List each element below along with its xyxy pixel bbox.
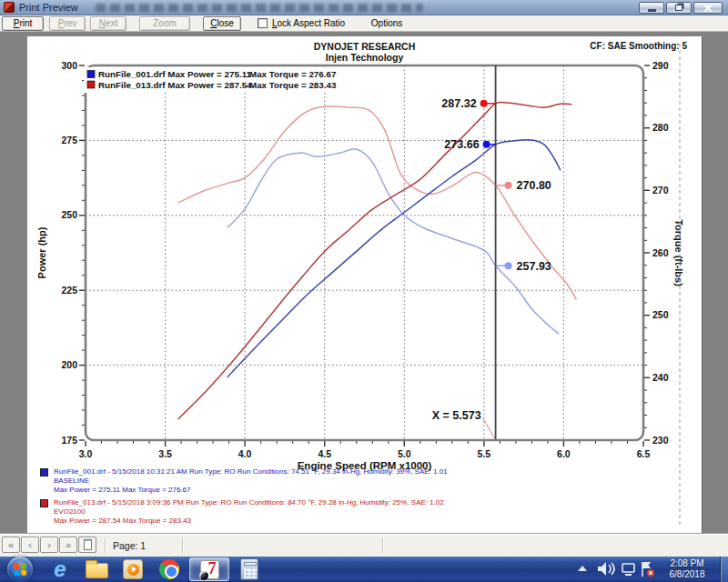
- next-button[interactable]: Next: [90, 16, 126, 31]
- svg-text:260: 260: [652, 247, 669, 258]
- close-preview-button[interactable]: Close: [203, 16, 241, 31]
- svg-text:200: 200: [61, 359, 77, 370]
- svg-text:3.0: 3.0: [79, 448, 93, 459]
- svg-text:287.32: 287.32: [441, 97, 476, 110]
- svg-text:6.0: 6.0: [557, 448, 571, 459]
- svg-text:275: 275: [61, 135, 77, 146]
- svg-text:230: 230: [652, 435, 669, 446]
- taskbar-item-winpep-active[interactable]: 7: [189, 557, 229, 581]
- lock-aspect-ratio-label: Lock Aspect Ratio: [272, 18, 345, 28]
- svg-text:225: 225: [61, 285, 77, 296]
- first-page-button[interactable]: «: [2, 537, 20, 553]
- prev-button[interactable]: Prev: [49, 16, 86, 31]
- export-page-button[interactable]: [78, 537, 96, 553]
- taskbar-item-explorer[interactable]: [78, 557, 115, 582]
- show-desktop-button[interactable]: [720, 557, 728, 582]
- taskbar-item-calculator[interactable]: [231, 557, 268, 582]
- taskbar-item-chrome[interactable]: [151, 557, 187, 582]
- media-player-icon: [123, 559, 143, 579]
- svg-text:RunFile_013.drf Max Power = 28: RunFile_013.drf Max Power = 287.54: [98, 80, 252, 90]
- taskbar-item-internet-explorer[interactable]: e: [42, 557, 78, 582]
- svg-text:290: 290: [652, 60, 669, 71]
- svg-text:RunFile_001.drf Max Power = 27: RunFile_001.drf Max Power = 275.11: [98, 69, 252, 79]
- svg-text:5.5: 5.5: [478, 448, 491, 459]
- svg-text:Max Torque = 276.67: Max Torque = 276.67: [249, 69, 337, 79]
- run2-color-swatch: [40, 499, 48, 507]
- run-info-block: RunFile_001.drf - 5/15/2018 10:31:21 AM …: [40, 467, 677, 529]
- start-button[interactable]: [7, 557, 33, 582]
- svg-text:Power (hp): Power (hp): [36, 226, 47, 278]
- taskbar-item-media-player[interactable]: [115, 557, 151, 582]
- statusbar: « ‹ › » Page: 1: [0, 533, 728, 557]
- run2-max-values: Max Power = 287.54 Max Torque = 283.43: [54, 517, 677, 526]
- close-window-button[interactable]: [693, 2, 723, 14]
- background-window-title-ghost: [96, 4, 423, 12]
- run2-conditions: RunFile_013.drf - 5/15/2018 3:09:36 PM R…: [54, 498, 677, 507]
- restore-icon: [675, 5, 682, 11]
- folder-icon: [86, 563, 108, 578]
- lock-aspect-ratio-checkbox[interactable]: [258, 18, 268, 28]
- svg-text:175: 175: [61, 435, 77, 446]
- taskbar: e 7: [0, 557, 728, 582]
- svg-text:270.80: 270.80: [517, 179, 551, 192]
- run-info-2: RunFile_013.drf - 5/15/2018 3:09:36 PM R…: [40, 498, 677, 526]
- statusbar-separator: [382, 537, 383, 553]
- statusbar-separator: [182, 537, 183, 553]
- desktop: Print Preview Print Prev Next Zoom Out C…: [0, 0, 728, 582]
- run1-color-swatch: [40, 468, 48, 477]
- last-page-button[interactable]: »: [59, 537, 77, 553]
- window-title: Print Preview: [19, 2, 78, 13]
- windows-flag-icon: [14, 563, 27, 577]
- window-titlebar[interactable]: Print Preview: [0, 0, 728, 15]
- restore-button[interactable]: [666, 2, 692, 14]
- calculator-icon: [240, 558, 258, 580]
- volume-icon: [598, 562, 614, 576]
- page-icon: [84, 539, 92, 550]
- taskbar-clock[interactable]: 2:08 PM 6/8/2018: [658, 558, 716, 580]
- network-icon: [622, 564, 634, 576]
- soccer-ball-icon: [199, 571, 208, 580]
- zoom-out-button[interactable]: Zoom Out: [139, 16, 190, 31]
- svg-text:Max Torque = 283.43: Max Torque = 283.43: [249, 80, 337, 90]
- app-icon: [4, 2, 15, 13]
- print-preview-toolbar: Print Prev Next Zoom Out Close Lock Aspe…: [0, 15, 728, 32]
- run1-label: BASELINE: [54, 477, 677, 486]
- svg-text:273.66: 273.66: [444, 138, 479, 151]
- preview-area: DYNOJET RESEARCH Injen Technology CF: SA…: [0, 32, 728, 533]
- prev-page-button[interactable]: ‹: [21, 537, 39, 553]
- system-tray: 2:08 PM 6/8/2018: [571, 557, 728, 582]
- run1-conditions: RunFile_001.drf - 5/15/2018 10:31:21 AM …: [54, 467, 677, 477]
- svg-text:6.5: 6.5: [637, 448, 651, 459]
- chrome-icon: [159, 559, 179, 579]
- svg-text:4.0: 4.0: [238, 448, 252, 459]
- page-number-label: Page: 1: [113, 540, 146, 551]
- svg-text:Torque (ft-lbs): Torque (ft-lbs): [673, 219, 684, 286]
- clock-date: 6/8/2018: [658, 569, 716, 580]
- svg-text:257.93: 257.93: [517, 260, 551, 273]
- statusbar-separator: [105, 537, 106, 553]
- svg-text:X = 5.573: X = 5.573: [432, 409, 481, 422]
- run2-label: EVO2100: [54, 507, 677, 517]
- svg-text:250: 250: [652, 309, 669, 320]
- options-button[interactable]: Options: [365, 16, 409, 31]
- close-icon: [703, 4, 713, 13]
- run1-max-values: Max Power = 275.11 Max Torque = 276.67: [54, 486, 677, 495]
- run-info-1: RunFile_001.drf - 5/15/2018 10:31:21 AM …: [40, 467, 677, 495]
- svg-text:250: 250: [61, 209, 77, 220]
- svg-text:4.5: 4.5: [318, 448, 331, 459]
- preview-page[interactable]: DYNOJET RESEARCH Injen Technology CF: SA…: [27, 36, 702, 533]
- minimize-button[interactable]: [639, 2, 664, 14]
- action-center-flag-icon: [642, 562, 654, 577]
- svg-text:240: 240: [652, 372, 669, 383]
- next-page-button[interactable]: ›: [40, 537, 58, 553]
- svg-text:5.0: 5.0: [398, 448, 411, 459]
- svg-text:270: 270: [652, 185, 669, 196]
- minimize-icon: [648, 9, 656, 12]
- svg-text:300: 300: [61, 60, 77, 71]
- winpep7-icon: 7: [200, 560, 219, 579]
- svg-text:3.5: 3.5: [158, 448, 172, 459]
- clock-time: 2:08 PM: [658, 558, 716, 569]
- tray-icons[interactable]: [571, 558, 658, 580]
- dyno-chart: 3.03.54.04.55.05.56.06.51752002252502753…: [27, 36, 702, 533]
- print-button[interactable]: Print: [2, 16, 44, 31]
